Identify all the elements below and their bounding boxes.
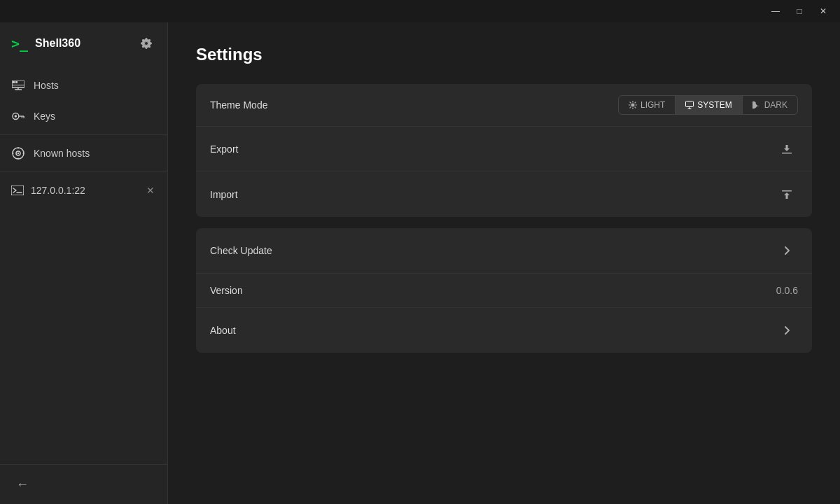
page-title: Settings [196, 45, 812, 64]
sidebar-item-keys-label: Keys [34, 111, 55, 122]
session-label: 127.0.0.1:22 [31, 185, 138, 196]
svg-rect-18 [11, 186, 24, 195]
sidebar-item-hosts[interactable]: Hosts [0, 70, 167, 101]
monitor-icon [685, 101, 694, 109]
theme-system-label: SYSTEM [697, 100, 732, 110]
app-name: Shell360 [35, 37, 80, 50]
import-row: Import [196, 172, 812, 217]
session-item[interactable]: 127.0.0.1:22 ✕ [0, 175, 167, 206]
theme-light-button[interactable]: LIGHT [619, 96, 676, 114]
export-row: Export [196, 127, 812, 172]
sidebar-footer: ← [0, 464, 167, 504]
minimize-button[interactable]: — [764, 3, 787, 20]
sidebar-item-known-hosts-label: Known hosts [34, 148, 90, 159]
svg-point-14 [18, 148, 19, 149]
export-label: Export [210, 144, 238, 155]
keys-icon [11, 109, 25, 123]
check-update-row: Check Update [196, 228, 812, 274]
about-button[interactable] [776, 319, 798, 342]
version-row: Version 0.0.6 [196, 274, 812, 308]
moon-icon [752, 101, 761, 109]
about-label: About [210, 325, 236, 336]
about-arrow-icon [780, 323, 794, 337]
check-update-label: Check Update [210, 245, 272, 256]
back-button[interactable]: ← [11, 473, 34, 496]
download-icon [780, 142, 794, 156]
sidebar-item-keys[interactable]: Keys [0, 101, 167, 132]
app-body: >_ Shell360 [0, 22, 840, 504]
export-button[interactable] [776, 138, 798, 160]
svg-point-15 [18, 158, 19, 160]
terminal-icon [11, 186, 24, 195]
settings-card-appearance: Theme Mode [196, 84, 812, 217]
sidebar-nav: Hosts Keys [0, 64, 167, 464]
svg-rect-33 [782, 190, 792, 192]
gear-icon [141, 38, 152, 49]
theme-system-button[interactable]: SYSTEM [676, 96, 742, 114]
maximize-button[interactable]: □ [788, 3, 811, 20]
sidebar-item-known-hosts[interactable]: Known hosts [0, 138, 167, 169]
theme-toggle: LIGHT SYSTEM DARK [618, 95, 798, 115]
svg-line-27 [635, 102, 636, 103]
svg-point-20 [631, 104, 634, 107]
svg-rect-32 [782, 153, 792, 154]
nav-divider [0, 134, 167, 135]
svg-point-7 [15, 115, 18, 118]
sidebar: >_ Shell360 [0, 22, 168, 504]
main-content: Settings Theme Mode [168, 22, 840, 504]
svg-rect-1 [13, 81, 15, 83]
hosts-icon [11, 78, 25, 92]
app-logo: >_ Shell360 [11, 35, 80, 52]
import-label: Import [210, 189, 238, 200]
about-row: About [196, 308, 812, 353]
session-close-button[interactable]: ✕ [145, 183, 156, 197]
window-controls: — □ ✕ [764, 3, 834, 20]
svg-line-25 [630, 102, 631, 103]
sidebar-item-hosts-label: Hosts [34, 80, 59, 91]
svg-point-13 [18, 153, 19, 154]
logo-icon: >_ [11, 35, 28, 52]
svg-line-28 [630, 107, 631, 108]
title-bar: — □ ✕ [0, 0, 840, 22]
settings-card-info: Check Update Version 0.0.6 About [196, 228, 812, 353]
theme-dark-button[interactable]: DARK [743, 96, 797, 114]
svg-point-16 [13, 153, 14, 154]
sidebar-header: >_ Shell360 [0, 22, 167, 64]
session-divider [0, 172, 167, 172]
theme-light-label: LIGHT [640, 100, 665, 110]
arrow-right-icon [780, 244, 794, 258]
upload-icon [780, 188, 794, 202]
version-value: 0.0.6 [776, 285, 798, 296]
theme-dark-label: DARK [764, 100, 788, 110]
check-update-button[interactable] [776, 239, 798, 262]
svg-point-17 [23, 153, 24, 154]
version-label: Version [210, 285, 243, 296]
svg-rect-2 [15, 81, 18, 83]
sun-icon [629, 101, 637, 109]
close-button[interactable]: ✕ [812, 3, 834, 20]
known-hosts-icon [11, 146, 25, 160]
svg-line-26 [635, 107, 636, 108]
svg-rect-29 [686, 102, 694, 107]
import-button[interactable] [776, 183, 798, 206]
theme-mode-label: Theme Mode [210, 99, 267, 111]
theme-mode-row: Theme Mode [196, 84, 812, 127]
settings-button[interactable] [136, 34, 156, 53]
